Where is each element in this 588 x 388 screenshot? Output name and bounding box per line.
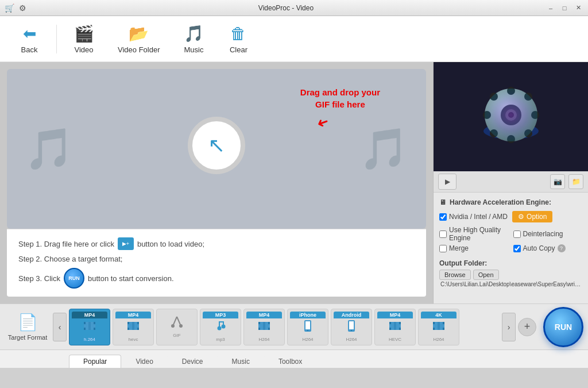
- format-tab-popular[interactable]: Popular: [69, 355, 121, 368]
- svg-rect-23: [127, 328, 129, 330]
- play-button[interactable]: ▶: [438, 174, 457, 190]
- browse-button[interactable]: Browse: [439, 270, 471, 280]
- video-label: Video: [74, 45, 93, 54]
- drag-drop-label: Drag and drop yourGIF file here: [300, 86, 380, 110]
- format-prev-button[interactable]: ‹: [53, 313, 67, 341]
- music-button[interactable]: 🎵 Music: [173, 21, 214, 57]
- drag-arrow: ➜: [315, 113, 331, 132]
- clear-icon: 🗑: [230, 24, 246, 43]
- format-tab-music[interactable]: Music: [218, 355, 264, 368]
- nvidia-checkbox[interactable]: [439, 213, 447, 221]
- format-item[interactable]: MP4hevc: [113, 309, 154, 345]
- svg-rect-52: [394, 322, 396, 330]
- step-1-icon: ▶+: [118, 237, 134, 250]
- toolbar: ⬅ Back 🎬 Video 📂 Video Folder 🎵 Music 🗑 …: [0, 16, 588, 62]
- minimize-button[interactable]: –: [546, 3, 556, 13]
- run-button[interactable]: RUN: [543, 307, 583, 347]
- maximize-button[interactable]: □: [559, 3, 570, 13]
- format-item-icon: [258, 320, 270, 336]
- nvidia-checkbox-label[interactable]: Nvidia / Intel / AMD: [439, 213, 508, 221]
- format-bar: 📄 Target Format ‹ MP4h.264MP4hevcGIFMP3m…: [0, 304, 588, 349]
- step-3-text: Step 3. Click: [18, 274, 60, 283]
- step-1-text-b: button to load video;: [137, 240, 204, 248]
- format-tabs: PopularVideoDeviceMusicToolbox: [0, 349, 588, 368]
- merge-label[interactable]: Merge: [439, 244, 509, 252]
- steps-area: Step 1. Drag file here or click ▶+ butto…: [7, 229, 426, 297]
- deinterlacing-label[interactable]: Deinterlacing: [513, 226, 583, 242]
- cart-icon[interactable]: 🛒: [5, 3, 14, 13]
- svg-rect-17: [84, 328, 86, 330]
- format-item-icon: [345, 320, 358, 336]
- format-item[interactable]: MP4H264: [243, 309, 285, 345]
- gear-icon: ⚙: [518, 213, 524, 221]
- svg-rect-19: [88, 322, 91, 330]
- svg-rect-57: [443, 328, 444, 330]
- format-item[interactable]: AndroidH264: [331, 309, 372, 345]
- video-folder-button[interactable]: 📂 Video Folder: [109, 21, 169, 57]
- format-item-sublabel: hevc: [129, 337, 138, 342]
- title-bar-controls: – □ ✕: [546, 3, 583, 13]
- format-item-sublabel: H264: [346, 337, 357, 342]
- clear-label: Clear: [230, 45, 247, 54]
- svg-point-29: [179, 324, 183, 328]
- svg-rect-58: [438, 322, 440, 330]
- close-button[interactable]: ✕: [573, 3, 583, 13]
- auto-copy-label[interactable]: Auto Copy ?: [513, 244, 583, 252]
- format-tab-device[interactable]: Device: [168, 355, 218, 368]
- format-item-icon: [432, 320, 445, 336]
- format-item-icon: [83, 320, 96, 336]
- format-item-icon: [171, 316, 183, 332]
- svg-rect-37: [268, 322, 270, 324]
- svg-rect-22: [137, 322, 139, 324]
- svg-rect-38: [258, 328, 260, 330]
- svg-rect-40: [263, 322, 265, 330]
- folder-open-button[interactable]: 📁: [568, 174, 583, 189]
- clear-button[interactable]: 🗑 Clear: [218, 21, 258, 57]
- format-item[interactable]: MP4h.264: [69, 309, 110, 345]
- svg-rect-39: [268, 328, 270, 330]
- deinterlacing-checkbox[interactable]: [513, 231, 521, 238]
- folder-icon: 📁: [572, 178, 581, 186]
- format-item[interactable]: GIF: [156, 309, 198, 345]
- format-item[interactable]: 4KH264: [418, 309, 459, 345]
- format-item[interactable]: MP4HEVC: [374, 309, 416, 345]
- format-item-sublabel: H264: [258, 337, 269, 342]
- high-quality-checkbox[interactable]: [439, 231, 447, 238]
- step-2-row: Step 2. Choose a target format;: [18, 255, 415, 263]
- format-item-sublabel: mp3: [216, 337, 225, 342]
- hardware-section: 🖥 Hardware Acceleration Engine: Nvidia /…: [434, 193, 588, 259]
- svg-point-33: [218, 326, 222, 331]
- open-button[interactable]: Open: [473, 270, 499, 280]
- target-format-label: 📄 Target Format: [5, 313, 51, 341]
- play-icon: ▶: [445, 178, 450, 186]
- format-tab-video[interactable]: Video: [121, 355, 167, 368]
- music-label: Music: [184, 45, 204, 54]
- run-label: RUN: [555, 322, 572, 332]
- option-button[interactable]: ⚙ Option: [512, 211, 552, 222]
- preview-icons: 📷 📁: [550, 174, 583, 189]
- drop-zone[interactable]: 🎵 🎵 Drag and drop yourGIF file here ➜ ↖: [7, 69, 426, 229]
- camera-button[interactable]: 📷: [550, 174, 565, 189]
- format-item[interactable]: MP3mp3: [200, 309, 241, 345]
- format-next-button[interactable]: ›: [502, 313, 516, 341]
- auto-copy-checkbox[interactable]: [513, 245, 521, 252]
- merge-checkbox[interactable]: [439, 245, 447, 252]
- format-item-icon: [389, 320, 401, 336]
- format-add-button[interactable]: +: [518, 318, 536, 336]
- back-button[interactable]: ⬅ Back: [9, 21, 49, 57]
- main-area: 🎵 🎵 Drag and drop yourGIF file here ➜ ↖ …: [0, 62, 588, 304]
- toolbar-sep-1: [56, 25, 57, 53]
- format-tab-toolbox[interactable]: Toolbox: [264, 355, 316, 368]
- back-icon: ⬅: [23, 24, 36, 43]
- svg-point-13: [485, 89, 537, 141]
- svg-point-43: [307, 330, 308, 331]
- high-quality-label[interactable]: Use High Quality Engine: [439, 226, 509, 242]
- output-folder-row: Browse Open: [439, 270, 582, 280]
- auto-copy-help[interactable]: ?: [558, 244, 566, 252]
- format-item-sublabel: H264: [433, 337, 444, 342]
- output-folder-label: Output Folder:: [439, 259, 582, 267]
- format-item[interactable]: iPhoneH264: [287, 309, 328, 345]
- settings-icon[interactable]: ⚙: [19, 3, 26, 13]
- drop-circle: ↖: [188, 117, 245, 174]
- video-button[interactable]: 🎬 Video: [64, 21, 104, 57]
